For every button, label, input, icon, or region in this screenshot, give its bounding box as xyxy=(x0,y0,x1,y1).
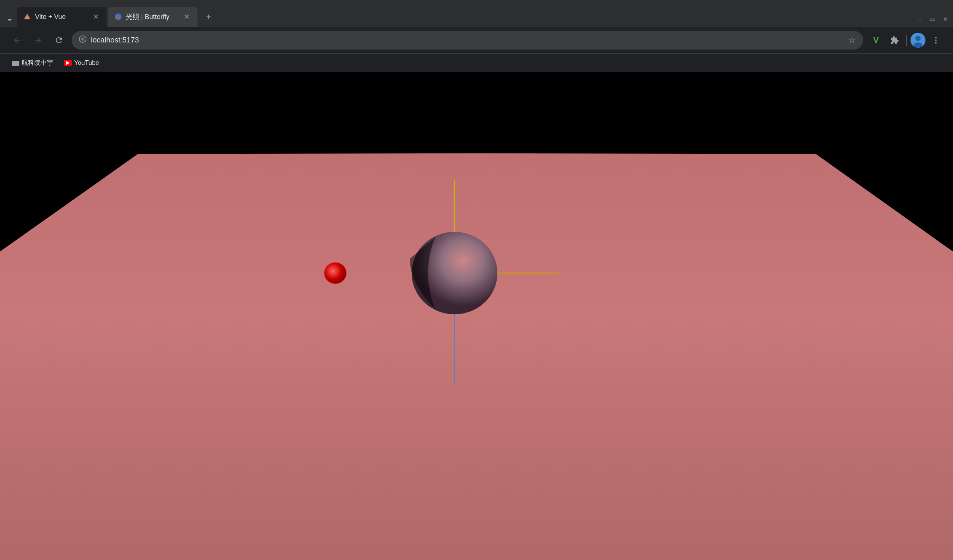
svg-point-10 xyxy=(935,37,937,38)
back-button[interactable] xyxy=(9,32,25,48)
security-icon xyxy=(79,36,87,45)
tab-vite-vue-title: Vite + Vue xyxy=(35,13,87,21)
svg-point-12 xyxy=(935,42,937,43)
url-text: localhost:5173 xyxy=(91,36,844,44)
bookmark-star-icon[interactable]: ☆ xyxy=(848,36,856,45)
youtube-play-icon xyxy=(66,61,70,65)
tab-butterfly-title: 光照 | Butterfly xyxy=(126,12,178,21)
svg-point-5 xyxy=(81,38,84,40)
webpage-content[interactable] xyxy=(0,72,953,560)
new-tab-button[interactable]: + xyxy=(200,9,217,25)
toolbar-right: V xyxy=(868,32,944,48)
refresh-button[interactable] xyxy=(51,32,67,48)
maximize-button[interactable]: ▭ xyxy=(928,14,937,24)
bookmark-youtube-label: YouTube xyxy=(74,59,99,67)
scene-canvas xyxy=(0,72,953,560)
vivaldi-extension-button[interactable]: V xyxy=(868,32,884,48)
bookmark-youtube-item[interactable]: YouTube xyxy=(59,57,104,69)
profile-avatar[interactable] xyxy=(911,33,925,48)
minimize-button[interactable]: ─ xyxy=(915,14,925,24)
tab-list: Vite + Vue ✕ 🦋 光照 | Butterfly ✕ + xyxy=(17,7,914,27)
svg-marker-14 xyxy=(0,153,953,560)
tab-butterfly-close[interactable]: ✕ xyxy=(182,12,191,22)
youtube-icon xyxy=(64,60,72,66)
svg-text:🦋: 🦋 xyxy=(115,14,121,19)
close-button[interactable]: ✕ xyxy=(941,14,950,24)
butterfly-favicon: 🦋 xyxy=(114,13,122,21)
svg-marker-1 xyxy=(25,14,30,19)
window-controls: ─ ▭ ✕ xyxy=(915,14,950,27)
scene-svg xyxy=(0,72,953,560)
bookmark-folder-label: 航科院中宇 xyxy=(22,59,53,67)
forward-button[interactable] xyxy=(30,32,46,48)
toolbar-divider xyxy=(906,35,907,46)
tab-vite-vue-close[interactable]: ✕ xyxy=(91,12,101,22)
tab-butterfly[interactable]: 🦋 光照 | Butterfly ✕ xyxy=(108,7,197,27)
folder-icon xyxy=(12,60,19,66)
tab-bar: Vite + Vue ✕ 🦋 光照 | Butterfly ✕ + ─ ▭ xyxy=(0,0,953,27)
tab-dropdown-button[interactable] xyxy=(3,13,16,27)
address-bar-row: localhost:5173 ☆ V xyxy=(0,27,953,54)
address-bar[interactable]: localhost:5173 ☆ xyxy=(71,31,863,50)
svg-point-11 xyxy=(935,39,937,41)
svg-point-8 xyxy=(916,36,920,41)
tab-vite-vue[interactable]: Vite + Vue ✕ xyxy=(17,7,107,27)
chrome-menu-button[interactable] xyxy=(928,32,944,48)
bookmark-folder-item[interactable]: 航科院中宇 xyxy=(8,56,58,69)
svg-text:V: V xyxy=(873,36,879,45)
extensions-button[interactable] xyxy=(886,32,903,48)
vite-favicon xyxy=(23,13,31,21)
browser-window: Vite + Vue ✕ 🦋 光照 | Butterfly ✕ + ─ ▭ xyxy=(0,0,953,560)
bookmarks-bar: 航科院中宇 YouTube xyxy=(0,54,953,72)
